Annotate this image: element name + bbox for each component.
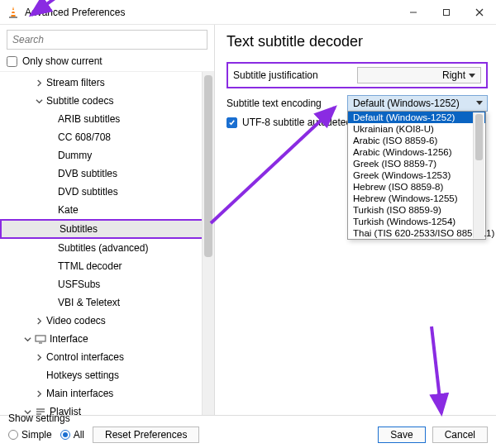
tree-item-usfsubs[interactable]: USFSubs bbox=[0, 275, 214, 293]
titlebar: Advanced Preferences bbox=[0, 0, 496, 25]
tree-item-hotkeys[interactable]: Hotkeys settings bbox=[0, 366, 214, 384]
encoding-option[interactable]: Thai (TIS 620-2533/ISO 8859-11) bbox=[348, 227, 485, 239]
svg-rect-3 bbox=[9, 17, 17, 18]
justification-row: Subtitle justification Right bbox=[227, 62, 488, 88]
tree-item-kate[interactable]: Kate bbox=[0, 201, 214, 219]
window-title: Advanced Preferences bbox=[25, 7, 397, 18]
tree-item-subtitles[interactable]: Subtitles bbox=[0, 219, 214, 239]
chevron-down-icon bbox=[33, 95, 45, 107]
encoding-option[interactable]: Turkish (Windows-1254) bbox=[348, 216, 485, 227]
svg-rect-2 bbox=[12, 13, 16, 15]
encoding-option[interactable]: Arabic (Windows-1256) bbox=[348, 146, 485, 158]
encoding-option[interactable]: Arabic (ISO 8859-6) bbox=[348, 135, 485, 146]
search-input[interactable] bbox=[7, 30, 207, 50]
utf8-checkbox[interactable] bbox=[227, 117, 237, 128]
chevron-right-icon bbox=[33, 351, 45, 363]
encoding-option[interactable]: Hebrew (ISO 8859-8) bbox=[348, 181, 485, 193]
encoding-option[interactable]: Ukrainian (KOI8-U) bbox=[348, 123, 485, 135]
minimize-button[interactable] bbox=[397, 0, 430, 25]
maximize-button[interactable] bbox=[430, 0, 463, 25]
tree-item-dvb[interactable]: DVB subtitles bbox=[0, 164, 214, 183]
preferences-tree: Stream filters Subtitle codecs ARIB subt… bbox=[0, 72, 214, 415]
encoding-option[interactable]: Hebrew (Windows-1255) bbox=[348, 193, 485, 204]
encoding-dropdown[interactable]: Default (Windows-1252)Ukrainian (KOI8-U)… bbox=[347, 111, 486, 240]
annotation-arrow bbox=[422, 322, 455, 422]
close-button[interactable] bbox=[463, 0, 496, 25]
encoding-option[interactable]: Default (Windows-1252) bbox=[348, 112, 485, 123]
interface-icon bbox=[35, 333, 46, 345]
tree-item-stream-filters[interactable]: Stream filters bbox=[0, 74, 214, 92]
tree-item-interface[interactable]: Interface bbox=[0, 330, 214, 348]
only-show-current-label: Only show current bbox=[22, 55, 103, 67]
encoding-row: Subtitle text encoding Default (Windows-… bbox=[227, 95, 488, 112]
dropdown-scrollbar[interactable] bbox=[473, 112, 484, 238]
tree-item-video-codecs[interactable]: Video codecs bbox=[0, 312, 214, 330]
search-container bbox=[7, 30, 207, 50]
encoding-option[interactable]: Turkish (ISO 8859-9) bbox=[348, 204, 485, 216]
tree-item-subtitle-codecs[interactable]: Subtitle codecs bbox=[0, 92, 214, 110]
chevron-right-icon bbox=[33, 315, 45, 326]
tree-item-cc[interactable]: CC 608/708 bbox=[0, 128, 214, 146]
tree-item-arib[interactable]: ARIB subtitles bbox=[0, 110, 214, 128]
encoding-select[interactable]: Default (Windows-1252) bbox=[347, 95, 488, 112]
svg-line-16 bbox=[432, 326, 441, 413]
chevron-down-icon bbox=[21, 333, 33, 345]
encoding-label: Subtitle text encoding bbox=[227, 98, 347, 109]
radio-all[interactable]: All bbox=[60, 429, 84, 441]
justification-select[interactable]: Right bbox=[357, 67, 481, 83]
svg-rect-5 bbox=[444, 9, 450, 15]
only-show-current-row[interactable]: Only show current bbox=[0, 53, 214, 72]
settings-panel: Text subtitle decoder Subtitle justifica… bbox=[215, 25, 496, 415]
vlc-cone-icon bbox=[7, 6, 20, 19]
chevron-right-icon bbox=[33, 388, 45, 399]
svg-rect-1 bbox=[12, 10, 15, 12]
page-title: Text subtitle decoder bbox=[227, 33, 488, 50]
tree-item-main-interfaces[interactable]: Main interfaces bbox=[0, 384, 214, 403]
tree-item-dummy[interactable]: Dummy bbox=[0, 146, 214, 164]
annotation-arrow bbox=[207, 91, 355, 231]
svg-marker-0 bbox=[11, 7, 16, 17]
tree-scrollbar[interactable] bbox=[202, 72, 214, 415]
only-show-current-checkbox[interactable] bbox=[7, 56, 17, 67]
tree-item-control-interfaces[interactable]: Control interfaces bbox=[0, 348, 214, 366]
save-button[interactable]: Save bbox=[378, 427, 425, 443]
justification-label: Subtitle justification bbox=[233, 69, 357, 81]
tree-item-subtitles-advanced[interactable]: Subtitles (advanced) bbox=[0, 239, 214, 257]
tree-item-vbi[interactable]: VBI & Teletext bbox=[0, 293, 214, 312]
encoding-option[interactable]: Greek (Windows-1253) bbox=[348, 169, 485, 181]
radio-simple[interactable]: Simple bbox=[8, 429, 52, 441]
svg-rect-8 bbox=[36, 336, 45, 341]
playlist-icon bbox=[35, 406, 46, 415]
reset-preferences-button[interactable]: Reset Preferences bbox=[93, 427, 199, 443]
cancel-button[interactable]: Cancel bbox=[432, 427, 488, 443]
sidebar: Only show current Stream filters Subtitl… bbox=[0, 25, 215, 415]
tree-item-ttml[interactable]: TTML decoder bbox=[0, 257, 214, 275]
encoding-option[interactable]: Greek (ISO 8859-7) bbox=[348, 158, 485, 169]
tree-item-dvd[interactable]: DVD subtitles bbox=[0, 183, 214, 201]
chevron-down-icon bbox=[21, 406, 33, 415]
chevron-right-icon bbox=[33, 77, 45, 88]
tree-item-playlist[interactable]: Playlist bbox=[0, 403, 214, 415]
footer: Show settings Simple All Reset Preferenc… bbox=[0, 415, 496, 448]
